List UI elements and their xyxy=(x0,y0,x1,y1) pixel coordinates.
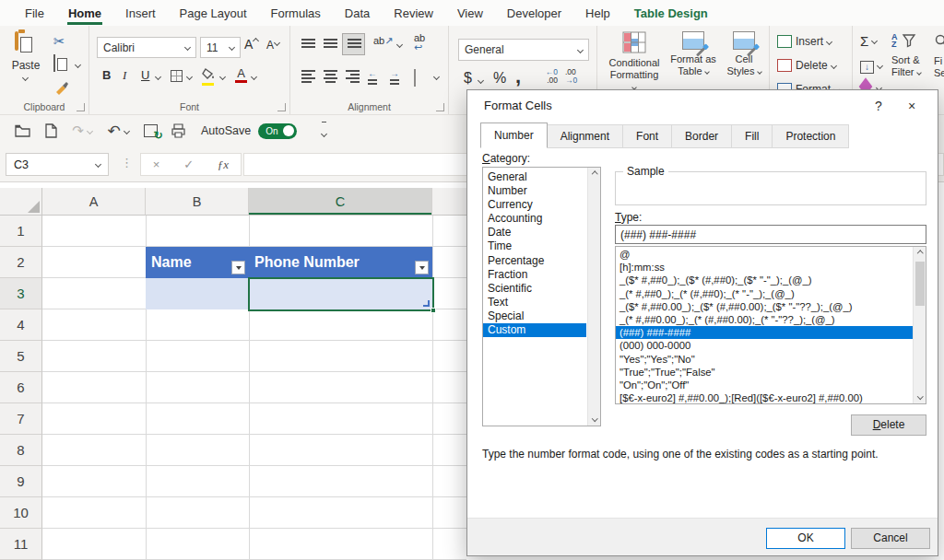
copy-chevron-icon[interactable] xyxy=(75,62,81,68)
code-item[interactable]: [h]:mm:ss xyxy=(616,261,926,274)
row-header-11[interactable]: 11 xyxy=(0,529,42,560)
column-header-b[interactable]: B xyxy=(146,188,249,216)
tab-home[interactable]: Home xyxy=(56,1,113,26)
selected-cell-c3[interactable] xyxy=(248,277,434,311)
align-right-icon[interactable] xyxy=(346,70,360,83)
fill-handle[interactable] xyxy=(431,308,436,313)
name-box[interactable]: C3 xyxy=(6,153,109,176)
percent-style-icon[interactable]: % xyxy=(493,70,506,87)
row-header-5[interactable]: 5 xyxy=(0,341,42,372)
orientation-chevron-icon[interactable] xyxy=(396,41,403,48)
format-codes-list[interactable]: @ [h]:mm:ss _($* #,##0_);_($* (#,##0);_(… xyxy=(615,246,926,404)
cancel-button[interactable]: Cancel xyxy=(851,528,930,549)
tab-table-design[interactable]: Table Design xyxy=(622,1,720,26)
autosave-toggle[interactable]: On xyxy=(258,123,297,139)
insert-cells-button[interactable]: Insert xyxy=(777,35,832,48)
cell-b3[interactable] xyxy=(146,278,249,309)
dialog-tab-number[interactable]: Number xyxy=(480,122,548,148)
cancel-formula-icon[interactable]: × xyxy=(153,158,160,171)
code-item-selected[interactable]: (###) ###-#### xyxy=(616,326,926,339)
delete-cells-button[interactable]: Delete xyxy=(777,59,836,72)
row-header-4[interactable]: 4 xyxy=(0,309,42,341)
format-painter-icon[interactable] xyxy=(53,79,70,99)
increase-indent-icon[interactable]: → xyxy=(390,68,399,85)
tab-developer[interactable]: Developer xyxy=(495,1,573,26)
code-item[interactable]: (000) 000-0000 xyxy=(616,339,926,352)
select-all-corner[interactable] xyxy=(0,188,42,216)
code-item[interactable]: _(* #,##0_);_(* (#,##0);_(* "-"_);_(@_) xyxy=(616,287,926,300)
name-filter-button[interactable] xyxy=(231,261,245,274)
code-item[interactable]: _($* #,##0_);_($* (#,##0);_($* "-"_);_(@… xyxy=(616,274,926,286)
undo-icon[interactable]: ↶ xyxy=(100,119,136,143)
ok-button[interactable]: OK xyxy=(766,528,845,549)
fill-color-icon[interactable] xyxy=(202,66,216,86)
dialog-tab-font[interactable]: Font xyxy=(623,124,672,148)
dialog-tab-border[interactable]: Border xyxy=(672,124,732,148)
cut-icon[interactable]: ✂ xyxy=(53,33,65,50)
row-header-6[interactable]: 6 xyxy=(0,372,42,403)
decrease-indent-icon[interactable]: ← xyxy=(368,68,377,85)
row-header-9[interactable]: 9 xyxy=(0,466,42,497)
category-fraction[interactable]: Fraction xyxy=(483,268,600,282)
save-icon[interactable]: ↻ xyxy=(136,119,164,143)
alignment-dialog-launcher-icon[interactable] xyxy=(436,103,444,111)
italic-button[interactable]: I xyxy=(123,68,126,83)
borders-chevron-icon[interactable] xyxy=(186,74,193,80)
row-header-10[interactable]: 10 xyxy=(0,497,42,529)
column-header-c[interactable]: C xyxy=(249,188,432,216)
qat-customize-icon[interactable] xyxy=(310,119,337,143)
font-name-select[interactable]: Calibri xyxy=(97,37,196,58)
print-preview-icon[interactable] xyxy=(164,119,192,143)
merge-center-icon[interactable] xyxy=(414,69,416,87)
category-date[interactable]: Date xyxy=(483,226,600,239)
tab-insert[interactable]: Insert xyxy=(113,1,168,26)
dialog-tab-alignment[interactable]: Alignment xyxy=(548,124,623,148)
align-bottom-icon[interactable] xyxy=(342,33,365,55)
tab-formulas[interactable]: Formulas xyxy=(259,1,333,26)
code-item[interactable]: [$€-x-euro2] #,##0.00_);[Red]([$€-x-euro… xyxy=(616,391,926,404)
category-accounting[interactable]: Accounting xyxy=(483,212,600,226)
borders-icon[interactable] xyxy=(171,70,183,82)
increase-decimal-icon[interactable]: ←0.00 xyxy=(537,68,558,85)
code-item[interactable]: "Yes";"Yes";"No" xyxy=(616,353,926,366)
category-percentage[interactable]: Percentage xyxy=(483,254,600,268)
font-color-chevron-icon[interactable] xyxy=(251,74,257,80)
underline-button[interactable]: U xyxy=(141,68,149,82)
sort-filter-button[interactable]: AZ Sort &Filter xyxy=(891,33,921,78)
table-resize-icon[interactable] xyxy=(423,300,430,307)
tab-page-layout[interactable]: Page Layout xyxy=(168,1,259,26)
code-item[interactable]: _(* #,##0.00_);_(* (#,##0.00);_(* "-"??_… xyxy=(616,313,926,326)
column-header-a[interactable]: A xyxy=(42,188,146,216)
tab-view[interactable]: View xyxy=(445,1,495,26)
accounting-format-icon[interactable]: $ xyxy=(464,70,472,87)
category-special[interactable]: Special xyxy=(483,309,600,323)
dialog-help-button[interactable]: ? xyxy=(866,96,891,116)
category-text[interactable]: Text xyxy=(483,296,600,309)
code-item[interactable]: "On";"On";"Off" xyxy=(616,379,926,391)
increase-font-icon[interactable]: A xyxy=(244,37,258,52)
insert-function-icon[interactable]: ƒx xyxy=(218,158,229,172)
align-center-icon[interactable] xyxy=(324,70,337,83)
table-header-name[interactable]: Name xyxy=(146,247,249,278)
decrease-decimal-icon[interactable]: .00→0 xyxy=(565,68,585,85)
category-scientific[interactable]: Scientific xyxy=(483,282,600,296)
tab-review[interactable]: Review xyxy=(382,1,445,26)
category-number[interactable]: Number xyxy=(483,184,600,198)
enter-formula-icon[interactable]: ✓ xyxy=(183,158,194,171)
autosum-button[interactable]: Σ xyxy=(860,33,877,49)
conditional-formatting-button[interactable]: ConditionalFormatting xyxy=(608,31,660,93)
row-header-1[interactable]: 1 xyxy=(0,216,42,247)
decrease-font-icon[interactable]: A xyxy=(266,39,279,52)
copy-icon[interactable] xyxy=(53,55,55,72)
dialog-tab-protection[interactable]: Protection xyxy=(773,124,849,148)
merge-chevron-icon[interactable] xyxy=(433,74,440,80)
category-custom[interactable]: Custom xyxy=(483,323,586,337)
category-list[interactable]: General Number Currency Accounting Date … xyxy=(482,167,601,426)
orientation-icon[interactable]: ab↗ xyxy=(373,35,393,47)
underline-chevron-icon[interactable] xyxy=(155,74,161,80)
code-item[interactable]: "True";"True";"False" xyxy=(616,366,926,379)
delete-button[interactable]: Delete xyxy=(851,414,926,436)
align-top-icon[interactable] xyxy=(301,39,315,48)
dialog-tab-fill[interactable]: Fill xyxy=(732,124,773,148)
number-format-select[interactable]: General xyxy=(458,39,589,61)
